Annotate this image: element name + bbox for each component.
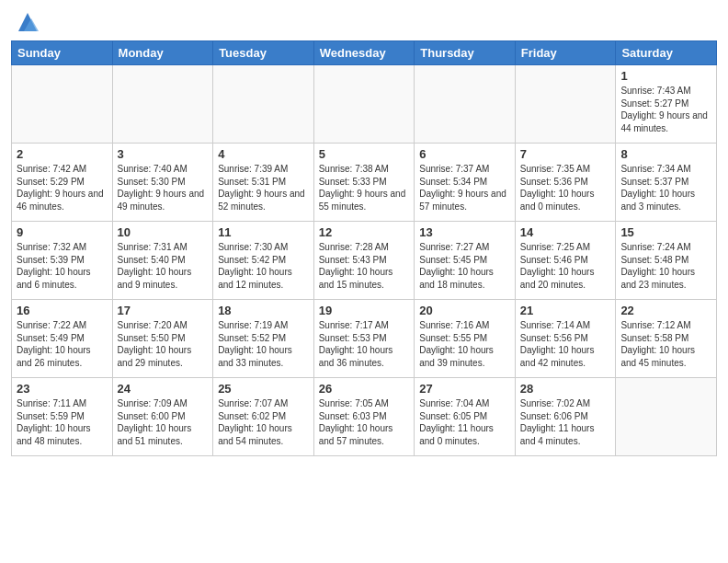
calendar-cell: 14Sunrise: 7:25 AM Sunset: 5:46 PM Dayli… <box>515 222 616 300</box>
weekday-header-friday: Friday <box>515 41 616 65</box>
calendar-cell: 25Sunrise: 7:07 AM Sunset: 6:02 PM Dayli… <box>213 378 314 456</box>
day-number: 21 <box>520 304 611 317</box>
day-number: 13 <box>419 225 510 239</box>
calendar-cell: 7Sunrise: 7:35 AM Sunset: 5:36 PM Daylig… <box>515 144 616 222</box>
calendar-cell <box>415 65 516 144</box>
day-number: 2 <box>17 147 108 161</box>
day-info: Sunrise: 7:22 AM Sunset: 5:49 PM Dayligh… <box>17 319 108 369</box>
day-info: Sunrise: 7:38 AM Sunset: 5:33 PM Dayligh… <box>319 163 410 213</box>
calendar-cell: 27Sunrise: 7:04 AM Sunset: 6:05 PM Dayli… <box>415 378 516 456</box>
day-info: Sunrise: 7:11 AM Sunset: 5:59 PM Dayligh… <box>17 397 108 447</box>
day-info: Sunrise: 7:31 AM Sunset: 5:40 PM Dayligh… <box>118 241 209 291</box>
day-info: Sunrise: 7:27 AM Sunset: 5:45 PM Dayligh… <box>419 241 510 291</box>
day-number: 19 <box>319 304 410 317</box>
day-info: Sunrise: 7:40 AM Sunset: 5:30 PM Dayligh… <box>118 163 209 213</box>
calendar-cell: 2Sunrise: 7:42 AM Sunset: 5:29 PM Daylig… <box>12 144 113 222</box>
day-number: 15 <box>620 225 711 239</box>
weekday-header-sunday: Sunday <box>12 41 113 65</box>
calendar-cell: 15Sunrise: 7:24 AM Sunset: 5:48 PM Dayli… <box>616 222 717 300</box>
weekday-header-tuesday: Tuesday <box>213 41 314 65</box>
day-info: Sunrise: 7:20 AM Sunset: 5:50 PM Dayligh… <box>118 319 209 369</box>
day-info: Sunrise: 7:30 AM Sunset: 5:42 PM Dayligh… <box>218 241 309 291</box>
day-info: Sunrise: 7:37 AM Sunset: 5:34 PM Dayligh… <box>419 163 510 213</box>
day-number: 16 <box>17 304 108 317</box>
calendar-cell: 10Sunrise: 7:31 AM Sunset: 5:40 PM Dayli… <box>112 222 213 300</box>
day-info: Sunrise: 7:28 AM Sunset: 5:43 PM Dayligh… <box>319 241 410 291</box>
day-number: 26 <box>319 382 410 396</box>
day-number: 4 <box>218 147 309 161</box>
calendar-cell: 1Sunrise: 7:43 AM Sunset: 5:27 PM Daylig… <box>616 65 717 144</box>
day-info: Sunrise: 7:34 AM Sunset: 5:37 PM Dayligh… <box>620 163 711 213</box>
weekday-header-monday: Monday <box>112 41 213 65</box>
day-number: 20 <box>419 304 510 317</box>
day-number: 3 <box>118 147 209 161</box>
calendar-week-row: 16Sunrise: 7:22 AM Sunset: 5:49 PM Dayli… <box>12 300 717 378</box>
calendar-cell <box>112 65 213 144</box>
day-number: 23 <box>17 382 108 396</box>
day-number: 25 <box>218 382 309 396</box>
day-info: Sunrise: 7:04 AM Sunset: 6:05 PM Dayligh… <box>419 397 510 447</box>
day-info: Sunrise: 7:02 AM Sunset: 6:06 PM Dayligh… <box>520 397 611 447</box>
logo-icon <box>15 9 40 35</box>
calendar-header: SundayMondayTuesdayWednesdayThursdayFrid… <box>12 41 717 65</box>
calendar-cell: 13Sunrise: 7:27 AM Sunset: 5:45 PM Dayli… <box>415 222 516 300</box>
day-number: 7 <box>520 147 611 161</box>
calendar-cell <box>616 378 717 456</box>
day-number: 6 <box>419 147 510 161</box>
day-number: 22 <box>620 304 711 317</box>
day-number: 11 <box>218 225 309 239</box>
calendar-cell <box>515 65 616 144</box>
calendar-cell: 26Sunrise: 7:05 AM Sunset: 6:03 PM Dayli… <box>313 378 415 456</box>
calendar-cell: 11Sunrise: 7:30 AM Sunset: 5:42 PM Dayli… <box>213 222 314 300</box>
day-number: 5 <box>319 147 410 161</box>
calendar-cell: 24Sunrise: 7:09 AM Sunset: 6:00 PM Dayli… <box>112 378 213 456</box>
day-number: 28 <box>520 382 611 396</box>
calendar-cell: 20Sunrise: 7:16 AM Sunset: 5:55 PM Dayli… <box>415 300 516 378</box>
day-number: 1 <box>620 69 711 83</box>
day-number: 14 <box>520 225 611 239</box>
weekday-header-saturday: Saturday <box>616 41 717 65</box>
calendar-cell: 4Sunrise: 7:39 AM Sunset: 5:31 PM Daylig… <box>213 144 314 222</box>
day-number: 17 <box>118 304 209 317</box>
day-number: 24 <box>118 382 209 396</box>
day-info: Sunrise: 7:35 AM Sunset: 5:36 PM Dayligh… <box>520 163 611 213</box>
header <box>11 9 717 35</box>
calendar-week-row: 9Sunrise: 7:32 AM Sunset: 5:39 PM Daylig… <box>12 222 717 300</box>
day-number: 12 <box>319 225 410 239</box>
calendar-week-row: 2Sunrise: 7:42 AM Sunset: 5:29 PM Daylig… <box>12 144 717 222</box>
calendar-cell <box>313 65 415 144</box>
day-info: Sunrise: 7:12 AM Sunset: 5:58 PM Dayligh… <box>620 319 711 369</box>
page: SundayMondayTuesdayWednesdayThursdayFrid… <box>0 0 728 465</box>
day-info: Sunrise: 7:39 AM Sunset: 5:31 PM Dayligh… <box>218 163 309 213</box>
calendar-week-row: 23Sunrise: 7:11 AM Sunset: 5:59 PM Dayli… <box>12 378 717 456</box>
calendar-cell <box>213 65 314 144</box>
day-info: Sunrise: 7:05 AM Sunset: 6:03 PM Dayligh… <box>319 397 410 447</box>
calendar-table: SundayMondayTuesdayWednesdayThursdayFrid… <box>11 40 717 456</box>
day-info: Sunrise: 7:32 AM Sunset: 5:39 PM Dayligh… <box>17 241 108 291</box>
logo <box>11 13 40 35</box>
day-info: Sunrise: 7:14 AM Sunset: 5:56 PM Dayligh… <box>520 319 611 369</box>
day-info: Sunrise: 7:07 AM Sunset: 6:02 PM Dayligh… <box>218 397 309 447</box>
calendar-cell: 6Sunrise: 7:37 AM Sunset: 5:34 PM Daylig… <box>415 144 516 222</box>
day-info: Sunrise: 7:17 AM Sunset: 5:53 PM Dayligh… <box>319 319 410 369</box>
calendar-body: 1Sunrise: 7:43 AM Sunset: 5:27 PM Daylig… <box>12 65 717 456</box>
calendar-cell: 21Sunrise: 7:14 AM Sunset: 5:56 PM Dayli… <box>515 300 616 378</box>
calendar-cell: 19Sunrise: 7:17 AM Sunset: 5:53 PM Dayli… <box>313 300 415 378</box>
calendar-cell: 16Sunrise: 7:22 AM Sunset: 5:49 PM Dayli… <box>12 300 113 378</box>
calendar-cell: 23Sunrise: 7:11 AM Sunset: 5:59 PM Dayli… <box>12 378 113 456</box>
day-number: 18 <box>218 304 309 317</box>
day-info: Sunrise: 7:43 AM Sunset: 5:27 PM Dayligh… <box>620 85 711 134</box>
calendar-cell: 17Sunrise: 7:20 AM Sunset: 5:50 PM Dayli… <box>112 300 213 378</box>
calendar-week-row: 1Sunrise: 7:43 AM Sunset: 5:27 PM Daylig… <box>12 65 717 144</box>
day-number: 9 <box>17 225 108 239</box>
day-info: Sunrise: 7:42 AM Sunset: 5:29 PM Dayligh… <box>17 163 108 213</box>
calendar-cell: 18Sunrise: 7:19 AM Sunset: 5:52 PM Dayli… <box>213 300 314 378</box>
calendar-cell: 3Sunrise: 7:40 AM Sunset: 5:30 PM Daylig… <box>112 144 213 222</box>
calendar-cell <box>12 65 113 144</box>
calendar-cell: 28Sunrise: 7:02 AM Sunset: 6:06 PM Dayli… <box>515 378 616 456</box>
day-number: 27 <box>419 382 510 396</box>
calendar-cell: 12Sunrise: 7:28 AM Sunset: 5:43 PM Dayli… <box>313 222 415 300</box>
day-info: Sunrise: 7:16 AM Sunset: 5:55 PM Dayligh… <box>419 319 510 369</box>
weekday-header-wednesday: Wednesday <box>313 41 415 65</box>
day-info: Sunrise: 7:25 AM Sunset: 5:46 PM Dayligh… <box>520 241 611 291</box>
